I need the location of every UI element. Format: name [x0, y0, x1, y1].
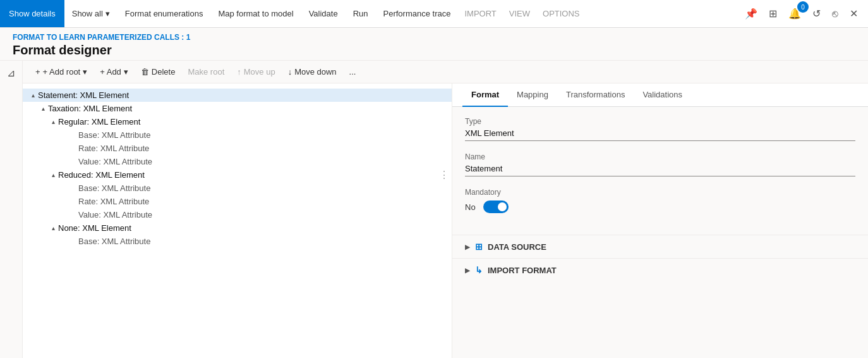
tree-row-reduced-value[interactable]: Value: XML Attribute: [23, 208, 452, 221]
open-new-icon: ⎋: [832, 8, 838, 20]
name-label: Name: [465, 152, 855, 161]
type-label: Type: [465, 117, 855, 126]
section-chevron-data-source: ▶: [465, 244, 470, 250]
tree-row-reduced-rate[interactable]: Rate: XML Attribute: [23, 195, 452, 208]
tree-row-reduced-base[interactable]: Base: XML Attribute: [23, 182, 452, 195]
nav-performance-trace[interactable]: Performance trace: [376, 0, 459, 27]
chevron-icon: ▴: [38, 105, 48, 112]
tree-row-taxation[interactable]: ▴ Taxation: XML Element: [23, 102, 452, 115]
breadcrumb-area: FORMAT TO LEARN PARAMETERIZED CALLS : 1 …: [0, 28, 868, 61]
nav-map-format-to-model[interactable]: Map format to model: [210, 0, 301, 27]
tab-mapping[interactable]: Mapping: [508, 83, 557, 107]
chevron-icon: ▴: [48, 171, 58, 178]
tree-panel: ▴ Statement: XML Element ▴ Taxation: XML…: [23, 83, 452, 358]
add-root-icon: +: [35, 67, 40, 77]
content-area: + + Add root ▾ + Add ▾ 🗑 Delete Make roo…: [23, 61, 868, 358]
nav-validate[interactable]: Validate: [301, 0, 346, 27]
import-format-section[interactable]: ▶ ↳ IMPORT FORMAT: [452, 258, 868, 281]
nav-view[interactable]: VIEW: [503, 9, 536, 18]
data-source-label: DATA SOURCE: [488, 242, 546, 252]
page-title: Format designer: [13, 43, 855, 58]
name-value: Statement: [465, 164, 855, 176]
split-area: ▴ Statement: XML Element ▴ Taxation: XML…: [23, 83, 868, 358]
show-details-button[interactable]: Show details: [0, 0, 64, 27]
breadcrumb: FORMAT TO LEARN PARAMETERIZED CALLS : 1: [13, 33, 855, 42]
add-chevron: ▾: [124, 67, 128, 77]
toggle-row: No: [465, 201, 855, 213]
close-icon: ✕: [850, 8, 858, 20]
move-down-button[interactable]: ↓ Move down: [283, 65, 342, 79]
open-in-new-button[interactable]: ⎋: [827, 6, 843, 22]
move-up-button[interactable]: ↑ Move up: [232, 65, 280, 79]
type-value: XML Element: [465, 128, 855, 141]
move-down-icon: ↓: [288, 67, 292, 77]
notification-wrap: 🔔 0: [783, 5, 806, 22]
data-source-icon: ⊞: [475, 242, 483, 252]
close-button[interactable]: ✕: [845, 5, 863, 22]
tree-row-none-base[interactable]: Base: XML Attribute: [23, 235, 452, 248]
tree-row-regular[interactable]: ▴ Regular: XML Element: [23, 115, 452, 128]
show-all-button[interactable]: Show all ▾: [64, 0, 118, 27]
notification-button[interactable]: 🔔 0: [783, 5, 806, 22]
add-root-chevron: ▾: [83, 67, 87, 77]
toolbar: + + Add root ▾ + Add ▾ 🗑 Delete Make roo…: [23, 61, 868, 83]
pin-icon: 📌: [745, 8, 757, 20]
detail-panel: Format Mapping Transformations Validatio…: [452, 83, 868, 358]
refresh-button[interactable]: ↺: [807, 5, 826, 22]
left-sidebar: ⊿: [0, 61, 23, 358]
add-button[interactable]: + Add ▾: [95, 65, 133, 79]
toggle-no-label: No: [465, 202, 476, 212]
tree-row-regular-rate[interactable]: Rate: XML Attribute: [23, 142, 452, 155]
move-up-icon: ↑: [237, 67, 241, 77]
nav-format-enumerations[interactable]: Format enumerations: [118, 0, 211, 27]
notification-badge: 0: [797, 1, 809, 13]
filter-icon[interactable]: ⊿: [7, 67, 15, 79]
import-format-label: IMPORT FORMAT: [488, 266, 557, 275]
detail-content: Type XML Element Name Statement Mandator…: [452, 107, 868, 235]
make-root-button[interactable]: Make root: [183, 65, 229, 79]
more-button[interactable]: ...: [344, 65, 361, 79]
import-format-icon: ↳: [475, 265, 483, 275]
refresh-icon: ↺: [812, 8, 821, 20]
app-icon-button[interactable]: ⊞: [764, 5, 782, 22]
data-source-section[interactable]: ▶ ⊞ DATA SOURCE: [452, 235, 868, 258]
app-grid-icon: ⊞: [769, 8, 777, 20]
add-root-button[interactable]: + + Add root ▾: [30, 65, 92, 79]
chevron-icon: ▴: [48, 225, 58, 231]
delete-icon: 🗑: [141, 67, 149, 77]
mandatory-label: Mandatory: [465, 188, 855, 197]
main-layout: ⊿ + + Add root ▾ + Add ▾ 🗑 Delete Make r…: [0, 61, 868, 358]
detail-tabs: Format Mapping Transformations Validatio…: [452, 83, 868, 107]
tree-row-regular-base[interactable]: Base: XML Attribute: [23, 128, 452, 142]
type-field-group: Type XML Element: [465, 117, 855, 141]
chevron-icon: ▴: [48, 118, 58, 125]
delete-button[interactable]: 🗑 Delete: [136, 65, 181, 79]
nav-run[interactable]: Run: [346, 0, 376, 27]
tree-row-statement[interactable]: ▴ Statement: XML Element: [23, 89, 452, 102]
nav-import[interactable]: IMPORT: [458, 9, 502, 18]
pin-icon-button[interactable]: 📌: [740, 5, 763, 22]
top-bar: Show details Show all ▾ Format enumerati…: [0, 0, 868, 28]
name-field-group: Name Statement: [465, 152, 855, 176]
tab-format[interactable]: Format: [462, 83, 508, 107]
tree-row-reduced[interactable]: ▴ Reduced: XML Element ⋮: [23, 168, 452, 182]
breadcrumb-count: 1: [186, 33, 191, 42]
tree-row-regular-value[interactable]: Value: XML Attribute: [23, 155, 452, 168]
show-all-label: Show all: [72, 9, 103, 18]
tree-row-none[interactable]: ▴ None: XML Element: [23, 221, 452, 235]
mandatory-field-group: Mandatory No: [465, 188, 855, 213]
chevron-icon: ▴: [28, 92, 38, 99]
drag-handle-icon: ⋮: [439, 170, 449, 180]
tab-transformations[interactable]: Transformations: [557, 83, 634, 107]
chevron-down-icon: ▾: [105, 9, 110, 18]
nav-right-icons: 📌 ⊞ 🔔 0 ↺ ⎋ ✕: [740, 5, 868, 22]
mandatory-toggle[interactable]: [483, 201, 509, 213]
section-chevron-import: ▶: [465, 267, 470, 274]
tab-validations[interactable]: Validations: [634, 83, 691, 107]
nav-options[interactable]: OPTIONS: [536, 9, 586, 18]
